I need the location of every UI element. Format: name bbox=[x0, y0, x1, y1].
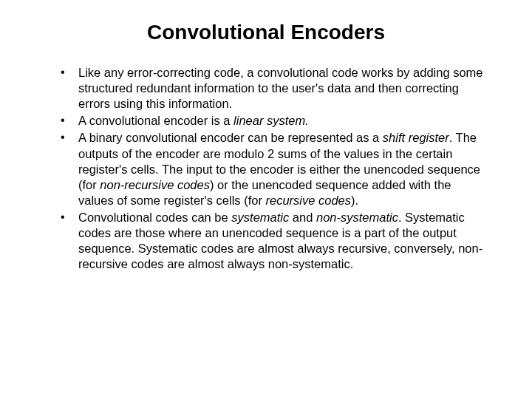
bullet-text: and bbox=[289, 211, 316, 224]
bullet-text: ). bbox=[351, 194, 358, 207]
bullet-text-italic: recursive codes bbox=[266, 194, 352, 207]
bullet-text-italic: shift register bbox=[383, 131, 449, 144]
slide: Convolutional Encoders Like any error-co… bbox=[0, 0, 532, 399]
bullet-item: A convolutional encoder is a linear syst… bbox=[58, 113, 488, 129]
bullet-item: Convolutional codes can be systematic an… bbox=[58, 210, 488, 272]
bullet-item: Like any error-correcting code, a convol… bbox=[58, 65, 488, 112]
bullet-text: Convolutional codes can be bbox=[78, 211, 231, 224]
bullet-text-italic: non-recursive codes bbox=[100, 178, 210, 191]
bullet-text-italic: systematic bbox=[231, 211, 289, 224]
bullet-text: Like any error-correcting code, a convol… bbox=[78, 66, 483, 110]
bullet-text: A binary convolutional encoder can be re… bbox=[78, 131, 383, 144]
bullet-text-italic: linear system. bbox=[233, 114, 309, 127]
bullet-text: A convolutional encoder is a bbox=[78, 114, 233, 127]
bullet-item: A binary convolutional encoder can be re… bbox=[58, 130, 488, 208]
slide-title: Convolutional Encoders bbox=[37, 21, 495, 44]
bullet-list: Like any error-correcting code, a convol… bbox=[37, 65, 495, 272]
bullet-text-italic: non-systematic bbox=[316, 211, 398, 224]
